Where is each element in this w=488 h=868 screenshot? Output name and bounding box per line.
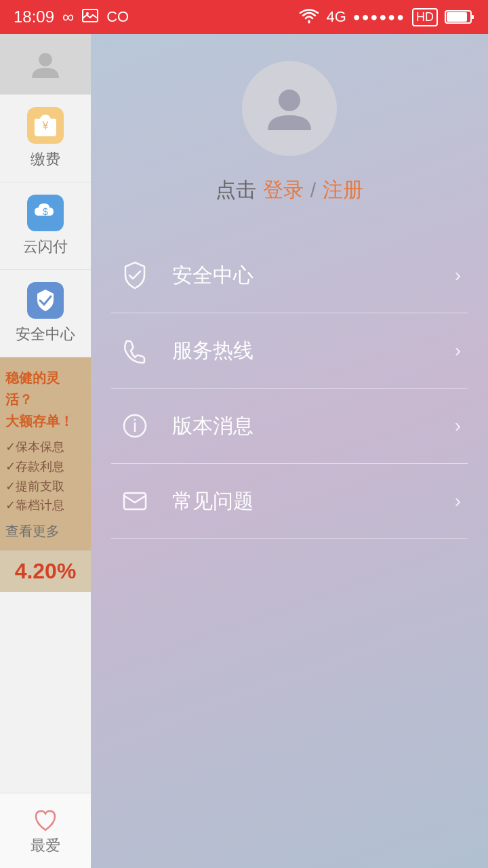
user-icon: [28, 47, 62, 81]
status-time: 18:09: [14, 7, 54, 26]
hotline-label: 服务热线: [172, 337, 455, 365]
login-separator: /: [310, 179, 316, 202]
info-circle-icon: [118, 409, 152, 443]
security-label: 安全中心: [172, 262, 455, 290]
sidebar-user-section[interactable]: [0, 34, 91, 95]
sidebar: ¥ 缴费 $ 云闪付 安全中心: [0, 34, 91, 868]
user-avatar[interactable]: [242, 61, 337, 156]
main-layout: ¥ 缴费 $ 云闪付 安全中心: [0, 34, 488, 868]
sidebar-fee-label: 缴费: [30, 149, 60, 170]
status-image-icon: [82, 7, 98, 26]
network-label: 4G: [326, 8, 346, 26]
cloud-pay-icon: $: [32, 201, 59, 225]
safe-icon-wrap: [27, 282, 64, 319]
rate-value: 4.20%: [15, 559, 77, 583]
sidebar-promo[interactable]: 稳健的灵活？大额存单！ ✓保本保息✓存款利息✓提前支取✓靠档计息 查看更多: [0, 357, 91, 550]
status-infinity-icon: ∞: [62, 7, 74, 26]
wifi-icon: [299, 9, 319, 25]
promo-features: ✓保本保息✓存款利息✓提前支取✓靠档计息: [5, 437, 85, 515]
sidebar-favorites[interactable]: 最爱: [0, 793, 91, 868]
promo-link[interactable]: 查看更多: [5, 522, 85, 540]
carrier-label: CO: [106, 8, 129, 26]
status-bar-left: 18:09 ∞ CO: [14, 7, 129, 26]
faq-label: 常见问题: [172, 488, 455, 515]
version-label: 版本消息: [172, 412, 455, 440]
svg-rect-3: [447, 12, 467, 22]
phone-icon: [118, 334, 152, 368]
register-link[interactable]: 注册: [323, 176, 363, 204]
svg-point-11: [134, 419, 136, 421]
shield-check-icon: [118, 258, 152, 292]
svg-rect-4: [471, 15, 474, 19]
main-panel: 点击 登录 / 注册 安全中心 ›: [91, 34, 488, 868]
menu-item-security[interactable]: 安全中心 ›: [111, 238, 468, 313]
hd-icon: HD: [412, 8, 438, 26]
battery-icon: [445, 9, 474, 25]
svg-rect-12: [124, 493, 146, 509]
login-link[interactable]: 登录: [263, 176, 304, 204]
sidebar-item-safe[interactable]: 安全中心: [0, 270, 91, 357]
heart-icon: [30, 806, 60, 835]
version-arrow-icon: ›: [455, 415, 461, 437]
status-bar-right: 4G ●●●●●● HD: [299, 8, 474, 26]
faq-arrow-icon: ›: [455, 490, 461, 512]
hotline-arrow-icon: ›: [455, 340, 461, 361]
svg-text:$: $: [43, 206, 48, 217]
sidebar-item-yun[interactable]: $ 云闪付: [0, 182, 91, 270]
yun-icon-wrap: $: [27, 195, 64, 231]
menu-item-version[interactable]: 版本消息 ›: [111, 389, 468, 464]
svg-point-5: [39, 53, 52, 66]
promo-title: 稳健的灵活？大额存单！: [5, 367, 85, 432]
mail-icon: [118, 484, 152, 518]
sidebar-rate: 4.20%: [0, 550, 91, 592]
fee-icon-wrap: ¥: [27, 107, 64, 144]
svg-point-8: [279, 90, 300, 111]
sidebar-favorites-label: 最爱: [30, 835, 60, 856]
status-bar: 18:09 ∞ CO 4G ●●●●●● HD: [0, 0, 488, 34]
avatar-placeholder-icon: [262, 81, 317, 136]
login-prefix-text: 点击: [216, 176, 256, 204]
login-prompt: 点击 登录 / 注册: [216, 176, 363, 204]
shield-sidebar-icon: [33, 288, 58, 313]
sidebar-safe-label: 安全中心: [16, 324, 75, 344]
menu-list: 安全中心 › 服务热线 ›: [91, 238, 488, 539]
menu-item-faq[interactable]: 常见问题 ›: [111, 464, 468, 539]
sidebar-item-fee[interactable]: ¥ 缴费: [0, 95, 91, 182]
svg-text:¥: ¥: [42, 120, 49, 132]
signal-icon: ●●●●●●: [353, 10, 405, 24]
security-arrow-icon: ›: [455, 264, 461, 286]
yen-bag-icon: ¥: [33, 113, 58, 138]
menu-item-hotline[interactable]: 服务热线 ›: [111, 313, 468, 389]
sidebar-yun-label: 云闪付: [23, 237, 68, 257]
